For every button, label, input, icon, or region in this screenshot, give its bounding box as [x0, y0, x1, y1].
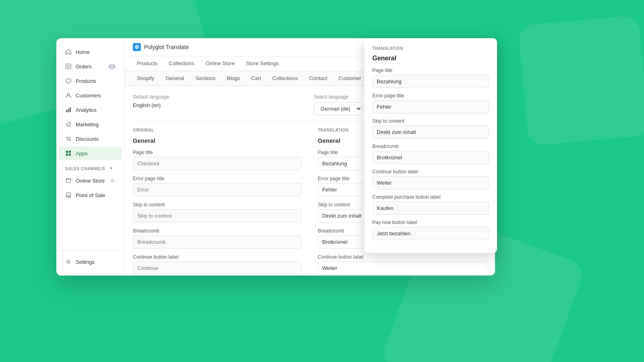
- apps-icon: [65, 150, 72, 156]
- overlay-complete-field: Complete purchase button label: [372, 194, 489, 215]
- svg-rect-3: [68, 109, 69, 112]
- sidebar-item-orders[interactable]: Orders 1: [59, 60, 122, 73]
- overlay-error-title-field: Error page title: [372, 93, 489, 113]
- svg-rect-9: [66, 154, 68, 156]
- products-icon: [65, 78, 72, 84]
- orig-breadcrumb-label: Breadcrumb: [133, 228, 302, 234]
- original-section-header: ORIGINAL: [133, 128, 302, 132]
- tab-general[interactable]: General: [160, 71, 190, 86]
- sidebar-item-online-store[interactable]: Online Store: [59, 174, 122, 187]
- sidebar-apps-label: Apps: [76, 150, 88, 156]
- sidebar-item-marketing[interactable]: Marketing: [59, 117, 122, 131]
- tab-contact[interactable]: Contact: [303, 71, 333, 86]
- orig-page-title-input[interactable]: [133, 157, 302, 170]
- svg-point-15: [68, 261, 69, 263]
- overlay-skip-content-label: Skip to content: [372, 118, 489, 124]
- svg-rect-10: [69, 154, 71, 156]
- svg-rect-14: [67, 195, 70, 197]
- sidebar-bottom: Settings: [56, 250, 124, 269]
- default-lang-label: Default language: [133, 94, 306, 100]
- orders-badge: 1: [108, 64, 116, 69]
- overlay-pay-now-field: Pay now button label: [372, 220, 489, 240]
- overlay-section-title: General: [372, 55, 489, 62]
- trans-continue-value: Weiter: [318, 261, 487, 275]
- customers-icon: [65, 92, 72, 99]
- language-select[interactable]: German (de) French (fr) Spanish (es): [314, 102, 362, 115]
- add-sales-channel-button[interactable]: ＋: [109, 165, 116, 172]
- svg-point-1: [67, 93, 70, 96]
- analytics-icon: [65, 107, 72, 113]
- overlay-complete-input[interactable]: [372, 202, 489, 215]
- sidebar-home-label: Home: [76, 49, 90, 55]
- tab-inner-collections[interactable]: Collections: [267, 71, 304, 86]
- overlay-page-title-input[interactable]: [372, 75, 489, 88]
- tab-cart[interactable]: Cart: [246, 71, 267, 86]
- overlay-error-title-label: Error page title: [372, 93, 489, 99]
- sidebar-online-store-label: Online Store: [76, 178, 105, 184]
- orig-error-title-field: Error page title: [133, 176, 302, 196]
- overlay-page-title-label: Page title: [372, 68, 489, 73]
- overlay-continue-field: Continue button label: [372, 169, 489, 189]
- tab-shopify[interactable]: Shopify: [131, 71, 160, 86]
- orig-skip-content-label: Skip to content: [133, 202, 302, 208]
- online-store-icon: [65, 177, 72, 184]
- overlay-section-label: TRANSLATION: [372, 46, 489, 51]
- overlay-breadcrumb-field: Breadcrumb: [372, 144, 489, 164]
- sidebar-item-products[interactable]: Products: [59, 74, 122, 88]
- sidebar-discounts-label: Discounts: [76, 136, 99, 142]
- app-logo: Polyglot Translate: [133, 43, 189, 51]
- sidebar-item-home[interactable]: Home: [59, 45, 122, 59]
- sidebar-settings-label: Settings: [76, 259, 95, 265]
- sidebar-item-point-of-sale[interactable]: Point of Sale: [59, 188, 122, 202]
- original-column: ORIGINAL General Page title Error page t…: [133, 128, 310, 276]
- discounts-icon: [65, 136, 72, 142]
- default-lang-value: English (en): [133, 102, 306, 108]
- overlay-skip-content-input[interactable]: [372, 125, 489, 139]
- sidebar-item-settings[interactable]: Settings: [59, 255, 122, 269]
- overlay-breadcrumb-input[interactable]: [372, 151, 489, 164]
- overlay-panel: TRANSLATION General Page title Error pag…: [364, 38, 497, 253]
- svg-rect-4: [70, 107, 71, 112]
- eye-icon: [109, 177, 116, 184]
- sidebar-orders-label: Orders: [76, 64, 92, 70]
- tab-products[interactable]: Products: [131, 56, 163, 71]
- orders-icon: [65, 63, 72, 70]
- orig-continue-input[interactable]: [133, 261, 302, 275]
- tab-store-settings[interactable]: Store Settings: [240, 56, 285, 71]
- overlay-continue-input[interactable]: [372, 176, 489, 189]
- overlay-skip-content-field: Skip to content: [372, 118, 489, 139]
- tab-online-store[interactable]: Online Store: [200, 56, 240, 71]
- sales-channels-section: SALES CHANNELS ＋: [56, 160, 124, 173]
- sidebar-item-customers[interactable]: Customers: [59, 88, 122, 102]
- orig-error-title-input[interactable]: [133, 183, 302, 196]
- sidebar-customers-label: Customers: [76, 93, 101, 99]
- svg-point-5: [67, 137, 68, 138]
- svg-rect-7: [66, 151, 68, 153]
- sales-channels-label: SALES CHANNELS: [65, 167, 105, 171]
- sidebar: Home Orders 1 Products: [56, 38, 125, 276]
- overlay-error-title-input[interactable]: [372, 100, 489, 113]
- overlay-pay-now-input[interactable]: [372, 227, 489, 240]
- sidebar-item-analytics[interactable]: Analytics: [59, 103, 122, 117]
- sidebar-item-discounts[interactable]: Discounts: [59, 132, 122, 146]
- orig-page-title-label: Page title: [133, 150, 302, 155]
- settings-icon: [65, 259, 72, 265]
- orig-breadcrumb-input[interactable]: [133, 235, 302, 249]
- pos-icon: [65, 192, 72, 198]
- tab-sections[interactable]: Sections: [190, 71, 221, 86]
- tab-blogs[interactable]: Blogs: [221, 71, 246, 86]
- sidebar-analytics-label: Analytics: [76, 107, 97, 113]
- tab-customer[interactable]: Customer: [333, 71, 367, 86]
- orig-skip-content-input[interactable]: [133, 209, 302, 222]
- orig-error-title-label: Error page title: [133, 176, 302, 181]
- trans-continue-label: Continue button label: [318, 254, 487, 260]
- sidebar-item-apps[interactable]: Apps: [59, 146, 122, 160]
- orig-breadcrumb-field: Breadcrumb: [133, 228, 302, 249]
- sidebar-marketing-label: Marketing: [76, 121, 99, 128]
- original-section-title: General: [133, 137, 302, 144]
- app-logo-label: Polyglot Translate: [144, 44, 189, 50]
- sidebar-pos-label: Point of Sale: [76, 192, 105, 198]
- default-language-section: Default language English (en): [133, 94, 306, 115]
- orig-skip-content-field: Skip to content: [133, 202, 302, 222]
- tab-collections[interactable]: Collections: [163, 56, 200, 71]
